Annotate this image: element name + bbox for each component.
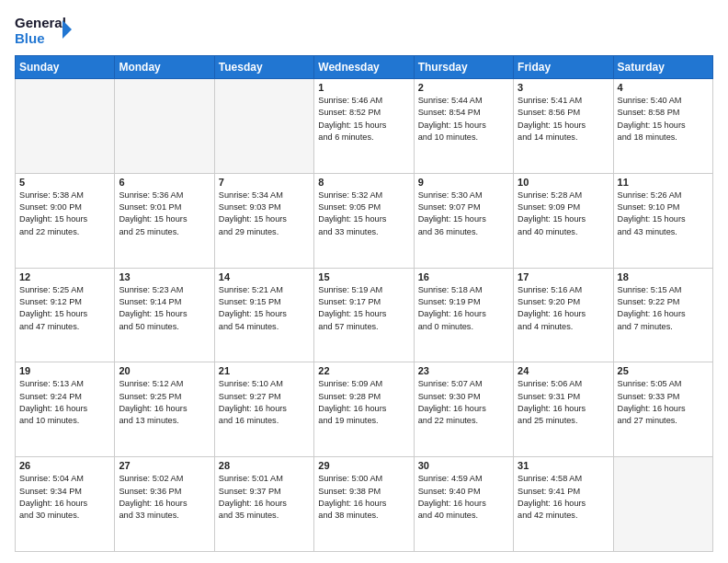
svg-marker-2	[63, 20, 72, 39]
day-cell	[115, 79, 214, 174]
week-row-1: 1Sunrise: 5:46 AMSunset: 8:52 PMDaylight…	[16, 79, 713, 174]
day-number: 31	[518, 460, 609, 471]
day-info: Sunrise: 5:02 AMSunset: 9:36 PMDaylight:…	[119, 473, 210, 522]
day-info: Sunrise: 5:12 AMSunset: 9:25 PMDaylight:…	[119, 378, 210, 427]
weekday-header-sunday: Sunday	[16, 56, 115, 79]
day-number: 20	[119, 365, 210, 376]
day-info: Sunrise: 5:04 AMSunset: 9:34 PMDaylight:…	[19, 473, 110, 522]
svg-text:General: General	[15, 15, 66, 30]
day-number: 12	[19, 271, 110, 282]
day-number: 2	[418, 82, 509, 93]
day-number: 10	[518, 177, 609, 188]
week-row-3: 12Sunrise: 5:25 AMSunset: 9:12 PMDayligh…	[16, 268, 713, 362]
day-info: Sunrise: 5:40 AMSunset: 8:58 PMDaylight:…	[618, 95, 709, 144]
day-cell: 1Sunrise: 5:46 AMSunset: 8:52 PMDaylight…	[314, 79, 414, 174]
page: GeneralBlue SundayMondayTuesdayWednesday…	[0, 0, 728, 563]
weekday-header-saturday: Saturday	[613, 56, 712, 79]
day-cell: 4Sunrise: 5:40 AMSunset: 8:58 PMDaylight…	[613, 79, 712, 174]
day-info: Sunrise: 5:30 AMSunset: 9:07 PMDaylight:…	[418, 190, 509, 238]
week-row-5: 26Sunrise: 5:04 AMSunset: 9:34 PMDayligh…	[16, 457, 713, 552]
day-cell: 16Sunrise: 5:18 AMSunset: 9:19 PMDayligh…	[414, 268, 513, 362]
day-cell: 26Sunrise: 5:04 AMSunset: 9:34 PMDayligh…	[16, 457, 115, 552]
weekday-header-thursday: Thursday	[414, 56, 513, 79]
day-cell: 18Sunrise: 5:15 AMSunset: 9:22 PMDayligh…	[613, 268, 712, 362]
day-cell: 11Sunrise: 5:26 AMSunset: 9:10 PMDayligh…	[613, 173, 712, 268]
day-number: 27	[119, 460, 210, 471]
day-cell: 14Sunrise: 5:21 AMSunset: 9:15 PMDayligh…	[214, 268, 313, 362]
day-cell: 8Sunrise: 5:32 AMSunset: 9:05 PMDaylight…	[314, 173, 414, 268]
day-info: Sunrise: 5:26 AMSunset: 9:10 PMDaylight:…	[618, 190, 709, 238]
day-info: Sunrise: 5:32 AMSunset: 9:05 PMDaylight:…	[318, 190, 409, 238]
day-info: Sunrise: 5:41 AMSunset: 8:56 PMDaylight:…	[518, 95, 609, 144]
day-number: 26	[19, 460, 110, 471]
day-cell: 7Sunrise: 5:34 AMSunset: 9:03 PMDaylight…	[214, 173, 313, 268]
day-number: 9	[418, 177, 509, 188]
day-info: Sunrise: 5:18 AMSunset: 9:19 PMDaylight:…	[418, 284, 509, 333]
day-number: 1	[318, 82, 409, 93]
day-number: 11	[618, 177, 709, 188]
day-info: Sunrise: 5:15 AMSunset: 9:22 PMDaylight:…	[618, 284, 709, 333]
header: GeneralBlue	[15, 11, 713, 48]
day-cell: 10Sunrise: 5:28 AMSunset: 9:09 PMDayligh…	[514, 173, 613, 268]
day-cell: 28Sunrise: 5:01 AMSunset: 9:37 PMDayligh…	[214, 457, 313, 552]
day-cell: 20Sunrise: 5:12 AMSunset: 9:25 PMDayligh…	[115, 362, 214, 457]
calendar-table: SundayMondayTuesdayWednesdayThursdayFrid…	[15, 55, 713, 552]
week-row-4: 19Sunrise: 5:13 AMSunset: 9:24 PMDayligh…	[16, 362, 713, 457]
weekday-header-row: SundayMondayTuesdayWednesdayThursdayFrid…	[16, 56, 713, 79]
day-number: 6	[119, 177, 210, 188]
day-number: 13	[119, 271, 210, 282]
day-cell: 9Sunrise: 5:30 AMSunset: 9:07 PMDaylight…	[414, 173, 513, 268]
day-number: 28	[219, 460, 310, 471]
day-info: Sunrise: 5:23 AMSunset: 9:14 PMDaylight:…	[119, 284, 210, 333]
week-row-2: 5Sunrise: 5:38 AMSunset: 9:00 PMDaylight…	[16, 173, 713, 268]
day-info: Sunrise: 5:44 AMSunset: 8:54 PMDaylight:…	[418, 95, 509, 144]
day-info: Sunrise: 5:21 AMSunset: 9:15 PMDaylight:…	[219, 284, 310, 333]
day-cell: 23Sunrise: 5:07 AMSunset: 9:30 PMDayligh…	[414, 362, 513, 457]
day-info: Sunrise: 5:10 AMSunset: 9:27 PMDaylight:…	[219, 378, 310, 427]
day-cell: 12Sunrise: 5:25 AMSunset: 9:12 PMDayligh…	[16, 268, 115, 362]
day-number: 30	[418, 460, 509, 471]
day-cell: 25Sunrise: 5:05 AMSunset: 9:33 PMDayligh…	[613, 362, 712, 457]
day-number: 14	[219, 271, 310, 282]
day-cell: 29Sunrise: 5:00 AMSunset: 9:38 PMDayligh…	[314, 457, 414, 552]
day-cell: 2Sunrise: 5:44 AMSunset: 8:54 PMDaylight…	[414, 79, 513, 174]
weekday-header-monday: Monday	[115, 56, 214, 79]
day-info: Sunrise: 5:05 AMSunset: 9:33 PMDaylight:…	[618, 378, 709, 427]
day-cell: 21Sunrise: 5:10 AMSunset: 9:27 PMDayligh…	[214, 362, 313, 457]
day-info: Sunrise: 5:19 AMSunset: 9:17 PMDaylight:…	[318, 284, 409, 333]
day-number: 23	[418, 365, 509, 376]
day-cell: 13Sunrise: 5:23 AMSunset: 9:14 PMDayligh…	[115, 268, 214, 362]
svg-text:Blue: Blue	[15, 30, 45, 46]
day-info: Sunrise: 5:36 AMSunset: 9:01 PMDaylight:…	[119, 190, 210, 238]
day-cell	[214, 79, 313, 174]
day-cell: 6Sunrise: 5:36 AMSunset: 9:01 PMDaylight…	[115, 173, 214, 268]
day-number: 25	[618, 365, 709, 376]
day-info: Sunrise: 5:00 AMSunset: 9:38 PMDaylight:…	[318, 473, 409, 522]
weekday-header-friday: Friday	[514, 56, 613, 79]
day-info: Sunrise: 5:34 AMSunset: 9:03 PMDaylight:…	[219, 190, 310, 238]
day-number: 5	[19, 177, 110, 188]
logo-svg: GeneralBlue	[15, 11, 79, 48]
weekday-header-wednesday: Wednesday	[314, 56, 414, 79]
logo: GeneralBlue	[15, 11, 79, 48]
day-cell: 30Sunrise: 4:59 AMSunset: 9:40 PMDayligh…	[414, 457, 513, 552]
weekday-header-tuesday: Tuesday	[214, 56, 313, 79]
day-cell	[613, 457, 712, 552]
day-number: 7	[219, 177, 310, 188]
day-info: Sunrise: 4:58 AMSunset: 9:41 PMDaylight:…	[518, 473, 609, 522]
day-info: Sunrise: 5:46 AMSunset: 8:52 PMDaylight:…	[318, 95, 409, 144]
day-cell	[16, 79, 115, 174]
day-info: Sunrise: 5:16 AMSunset: 9:20 PMDaylight:…	[518, 284, 609, 333]
day-info: Sunrise: 5:28 AMSunset: 9:09 PMDaylight:…	[518, 190, 609, 238]
day-number: 16	[418, 271, 509, 282]
day-cell: 3Sunrise: 5:41 AMSunset: 8:56 PMDaylight…	[514, 79, 613, 174]
day-info: Sunrise: 5:13 AMSunset: 9:24 PMDaylight:…	[19, 378, 110, 427]
day-info: Sunrise: 5:01 AMSunset: 9:37 PMDaylight:…	[219, 473, 310, 522]
day-cell: 5Sunrise: 5:38 AMSunset: 9:00 PMDaylight…	[16, 173, 115, 268]
day-number: 17	[518, 271, 609, 282]
day-info: Sunrise: 5:07 AMSunset: 9:30 PMDaylight:…	[418, 378, 509, 427]
day-cell: 15Sunrise: 5:19 AMSunset: 9:17 PMDayligh…	[314, 268, 414, 362]
day-number: 21	[219, 365, 310, 376]
day-number: 15	[318, 271, 409, 282]
day-cell: 31Sunrise: 4:58 AMSunset: 9:41 PMDayligh…	[514, 457, 613, 552]
